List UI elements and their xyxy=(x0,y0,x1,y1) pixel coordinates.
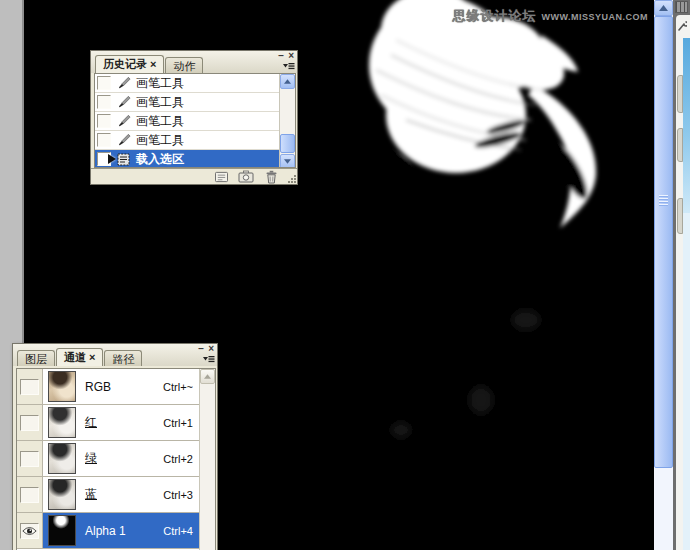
chevron-up-icon xyxy=(284,79,291,84)
history-brush-well[interactable] xyxy=(97,95,111,109)
history-row[interactable]: 画笔工具 xyxy=(95,131,295,150)
chevron-down-icon xyxy=(284,159,291,164)
current-state-pointer xyxy=(108,154,116,164)
history-footer xyxy=(91,168,297,184)
channel-name: 蓝 xyxy=(85,486,97,503)
wrench-icon[interactable] xyxy=(677,20,687,32)
brush-icon xyxy=(115,133,132,147)
history-panel-titlebar[interactable]: − × 历史记录 × 动作 xyxy=(91,51,297,73)
brush-icon xyxy=(115,95,132,109)
palette-menu-button[interactable] xyxy=(281,60,295,71)
blue-thumbnail xyxy=(48,479,76,510)
channel-name: 红 xyxy=(85,414,97,431)
chevron-up-icon xyxy=(659,5,668,11)
delete-state-button[interactable] xyxy=(263,170,279,183)
history-state-label: 画笔工具 xyxy=(136,132,184,149)
red-thumbnail xyxy=(48,407,76,438)
history-panel: − × 历史记录 × 动作 画笔工具 xyxy=(90,50,298,185)
channels-panel: − × 图层 通道 × 路径 RGB Ctrl+~ xyxy=(12,343,218,550)
channel-row[interactable]: 蓝 Ctrl+3 xyxy=(17,477,215,513)
trash-icon xyxy=(265,170,278,184)
channel-shortcut: Ctrl+~ xyxy=(163,381,193,393)
docked-palette-tab[interactable] xyxy=(677,128,683,162)
new-snapshot-button[interactable] xyxy=(238,170,254,183)
close-button[interactable]: × xyxy=(288,51,294,60)
watermark-site-name: 思缘设计论坛 xyxy=(453,7,537,25)
history-row[interactable]: 画笔工具 xyxy=(95,93,295,112)
document-icon xyxy=(214,171,229,183)
history-row[interactable]: 画笔工具 xyxy=(95,112,295,131)
scrollbar-thumb[interactable] xyxy=(654,16,673,468)
scrollbar-thumb-grip xyxy=(659,195,668,206)
alpha-thumbnail xyxy=(48,515,76,546)
history-brush-well[interactable] xyxy=(97,76,111,90)
scrollbar-thumb[interactable] xyxy=(280,134,295,153)
history-row-selected[interactable]: 载入选区 xyxy=(95,150,295,168)
history-state-label: 画笔工具 xyxy=(136,75,184,92)
scroll-down-button[interactable] xyxy=(280,154,295,168)
visibility-toggle[interactable] xyxy=(17,405,43,440)
green-thumbnail xyxy=(48,443,76,474)
channel-list: RGB Ctrl+~ 红 Ctrl+1 绿 Ctrl+2 蓝 Ctrl+3 xyxy=(16,368,216,550)
history-state-label: 载入选区 xyxy=(136,151,184,168)
channel-row-selected[interactable]: Alpha 1 Ctrl+4 xyxy=(17,513,215,549)
close-button[interactable]: × xyxy=(208,344,214,353)
tab-channels[interactable]: 通道 × xyxy=(56,348,103,366)
visibility-toggle[interactable] xyxy=(17,477,43,512)
docked-palette-body xyxy=(683,213,690,550)
docked-palette-tab[interactable] xyxy=(677,75,683,113)
watermark: 思缘设计论坛 WWW.MISSYUAN.COM xyxy=(453,7,649,25)
palette-menu-button[interactable] xyxy=(201,353,215,364)
tab-actions[interactable]: 动作 xyxy=(165,57,203,73)
docked-palette-tab[interactable] xyxy=(677,198,683,234)
channel-row[interactable]: 绿 Ctrl+2 xyxy=(17,441,215,477)
channel-name: RGB xyxy=(85,380,111,394)
history-scrollbar[interactable] xyxy=(279,74,295,168)
history-state-label: 画笔工具 xyxy=(136,113,184,130)
scroll-up-button[interactable] xyxy=(654,0,673,16)
alpha-channel-hair-mask xyxy=(320,0,620,470)
channels-panel-titlebar[interactable]: − × 图层 通道 × 路径 xyxy=(13,344,217,366)
channel-shortcut: Ctrl+1 xyxy=(163,417,193,429)
history-state-list: 画笔工具 画笔工具 画笔工具 xyxy=(94,73,296,168)
brush-icon xyxy=(115,76,132,90)
new-document-from-state-button[interactable] xyxy=(213,170,229,183)
channel-shortcut: Ctrl+2 xyxy=(163,453,193,465)
chevron-up-icon xyxy=(204,374,211,379)
watermark-site-url: WWW.MISSYUAN.COM xyxy=(542,12,649,22)
minimize-button[interactable]: − xyxy=(278,51,284,60)
history-state-label: 画笔工具 xyxy=(136,94,184,111)
minimize-button[interactable]: − xyxy=(198,344,204,353)
history-row[interactable]: 画笔工具 xyxy=(95,74,295,93)
scrollbar-track[interactable] xyxy=(654,468,673,550)
channel-shortcut: Ctrl+3 xyxy=(163,489,193,501)
channel-name: Alpha 1 xyxy=(85,524,126,538)
eye-icon xyxy=(22,526,37,536)
scroll-up-button[interactable] xyxy=(200,369,215,384)
visibility-toggle[interactable] xyxy=(17,441,43,476)
resize-grip[interactable] xyxy=(288,175,296,183)
docked-palette-header xyxy=(683,38,690,213)
document-scrollbar[interactable] xyxy=(654,0,673,550)
palette-menu-icon xyxy=(282,61,295,71)
brush-icon xyxy=(115,114,132,128)
channels-scrollbar[interactable] xyxy=(199,369,215,550)
load-selection-icon xyxy=(115,153,132,166)
channel-row[interactable]: RGB Ctrl+~ xyxy=(17,369,215,405)
tab-history[interactable]: 历史记录 × xyxy=(95,55,164,73)
tab-paths[interactable]: 路径 xyxy=(104,350,142,366)
channel-row[interactable]: 红 Ctrl+1 xyxy=(17,405,215,441)
visibility-toggle[interactable] xyxy=(17,513,43,548)
visibility-toggle[interactable] xyxy=(17,369,43,404)
channel-shortcut: Ctrl+4 xyxy=(163,525,193,537)
tab-layers[interactable]: 图层 xyxy=(17,350,55,366)
palette-well-grip[interactable] xyxy=(675,1,688,13)
palette-menu-icon xyxy=(202,354,215,364)
scroll-up-button[interactable] xyxy=(280,74,295,89)
camera-icon xyxy=(238,170,254,183)
history-brush-well[interactable] xyxy=(97,133,111,147)
palette-well xyxy=(673,0,690,550)
channel-name: 绿 xyxy=(85,450,97,467)
rgb-thumbnail xyxy=(48,371,76,402)
history-brush-well[interactable] xyxy=(97,114,111,128)
